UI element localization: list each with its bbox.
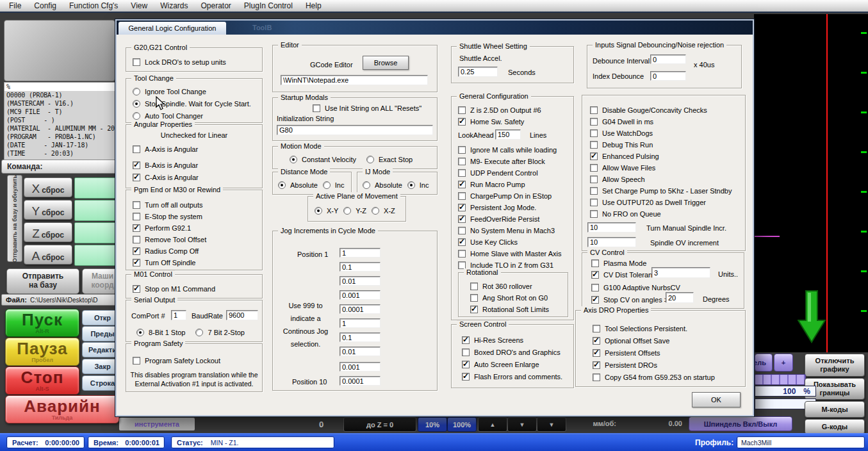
stop-cv-angle-input[interactable] bbox=[666, 292, 694, 303]
z-dro[interactable] bbox=[74, 222, 119, 243]
checkbox-box[interactable] bbox=[133, 224, 140, 232]
cycle-start-button[interactable]: Пуск Alt-R bbox=[5, 309, 79, 337]
menu-function-cfgs[interactable]: Function Cfg's bbox=[63, 1, 124, 11]
checkbox-box[interactable] bbox=[133, 174, 140, 181]
checkbox-enhanced-pulsing[interactable]: Enhanced Pulsing bbox=[590, 151, 732, 162]
radio-exact-stop[interactable]: Exact Stop bbox=[366, 153, 413, 165]
index-debounce-input[interactable] bbox=[650, 71, 686, 81]
radio-absolute[interactable]: Absolute bbox=[363, 179, 402, 191]
manual-spindle-incr-input[interactable] bbox=[587, 222, 636, 233]
checkbox-persistent-dros[interactable]: Persistent DROs bbox=[593, 359, 715, 371]
radio-button[interactable] bbox=[278, 181, 286, 189]
checkbox-box[interactable] bbox=[458, 227, 466, 234]
init-string-input[interactable] bbox=[277, 125, 433, 135]
comport-input[interactable] bbox=[171, 310, 186, 320]
checkbox-b-axis-is-angular[interactable]: B-Axis is Angular bbox=[133, 159, 199, 171]
checkbox-box[interactable] bbox=[590, 164, 598, 172]
jog-increment-input-8[interactable] bbox=[340, 347, 381, 356]
spindle-ov-incr-input[interactable] bbox=[587, 237, 636, 247]
checkbox-box[interactable] bbox=[133, 213, 140, 220]
radio-button[interactable] bbox=[343, 207, 351, 215]
checkbox-box[interactable] bbox=[133, 259, 140, 266]
checkbox-udp-pendent-control[interactable]: UDP Pendent Control bbox=[458, 167, 561, 179]
disable-graphics-button[interactable]: Отключить графику bbox=[805, 354, 865, 377]
checkbox-debug-this-run[interactable]: Debug This Run bbox=[590, 139, 732, 151]
plus-button[interactable]: + bbox=[774, 354, 793, 372]
editor-path-input[interactable] bbox=[281, 75, 428, 85]
checkbox-box[interactable] bbox=[590, 176, 598, 183]
checkbox-box[interactable] bbox=[593, 361, 600, 369]
menu-wizards[interactable]: Wizards bbox=[154, 1, 194, 11]
cv-dist-tolerance-input[interactable] bbox=[651, 267, 710, 278]
menu-operator[interactable]: Operator bbox=[195, 1, 238, 11]
checkbox-persistent-offsets[interactable]: Persistent Offsets bbox=[593, 347, 715, 359]
checkbox-boxed-dro-s-and-graphics[interactable]: Boxed DRO's and Graphics bbox=[462, 346, 562, 358]
checkbox-box[interactable] bbox=[458, 169, 466, 177]
checkbox-box[interactable] bbox=[458, 146, 466, 154]
radio-button[interactable] bbox=[133, 100, 140, 108]
checkbox-box[interactable] bbox=[458, 118, 466, 126]
checkbox-radius-comp-off[interactable]: Radius Comp Off bbox=[133, 245, 206, 257]
spindle-partial-button[interactable]: ель bbox=[755, 354, 773, 372]
checkbox-box[interactable] bbox=[133, 236, 140, 243]
checkbox-box[interactable] bbox=[458, 181, 466, 188]
checkbox-box[interactable] bbox=[133, 247, 140, 255]
checkbox-e-stop-the-system[interactable]: E-Stop the system bbox=[133, 211, 206, 222]
jog-increment-input-6[interactable] bbox=[340, 318, 381, 328]
radio-stop-spindle-wait-for-cycle-start[interactable]: Stop Spindle. Wait for Cycle Start. bbox=[133, 97, 251, 110]
checkbox-auto-screen-enlarge[interactable]: Auto Screen Enlarge bbox=[462, 358, 562, 370]
checkbox-lock-dro-s-to-setup-units[interactable]: Lock DRO's to setup units bbox=[133, 56, 226, 68]
checkbox-box[interactable] bbox=[593, 373, 600, 381]
send-home-button[interactable]: Отправить на базу bbox=[6, 268, 79, 294]
debounce-interval-input[interactable] bbox=[650, 54, 686, 64]
radio-ignore-tool-change[interactable]: Ignore Tool Change bbox=[133, 85, 251, 97]
checkbox-feedoverride-persist[interactable]: FeedOverRide Persist bbox=[458, 213, 561, 225]
checkbox-no-system-menu-in-mach3[interactable]: No System Menu in Mach3 bbox=[458, 225, 561, 236]
checkbox-box[interactable] bbox=[590, 187, 598, 195]
checkbox-box[interactable] bbox=[591, 259, 599, 267]
jog-increment-input-7[interactable] bbox=[340, 332, 381, 342]
checkbox-use-watchdogs[interactable]: Use WatchDogs bbox=[590, 127, 732, 139]
feed-hold-button[interactable]: Пауза Пробел bbox=[5, 338, 79, 366]
radio-button[interactable] bbox=[363, 181, 370, 189]
override-down-button[interactable]: ▼ bbox=[507, 417, 537, 432]
checkbox-box[interactable] bbox=[591, 296, 599, 304]
checkbox-box[interactable] bbox=[590, 141, 598, 149]
jog-increment-input-1[interactable] bbox=[340, 248, 381, 258]
radio-button[interactable] bbox=[133, 112, 140, 120]
checkbox-rot-360-rollover[interactable]: Rot 360 rollover bbox=[470, 281, 549, 292]
menu-view[interactable]: View bbox=[124, 1, 154, 11]
radio-button[interactable] bbox=[136, 329, 144, 336]
checkbox-box[interactable] bbox=[590, 106, 598, 114]
jog-increment-input-10[interactable] bbox=[340, 376, 381, 386]
checkbox-perform-g92-1[interactable]: Perform G92.1 bbox=[133, 222, 206, 234]
checkbox-box[interactable] bbox=[133, 285, 140, 293]
jog-increment-input-4[interactable] bbox=[340, 290, 381, 300]
browse-button[interactable]: Browse bbox=[363, 56, 409, 70]
radio-7-bit-2-stop[interactable]: 7 Bit 2-Stop bbox=[195, 326, 244, 338]
radio-absolute[interactable]: Absolute bbox=[278, 179, 318, 191]
checkbox-use-init-string-on-all-resets[interactable]: Use Init String on ALL "Resets" bbox=[313, 102, 422, 114]
checkbox-c-axis-is-angular[interactable]: C-Axis is Angular bbox=[133, 171, 199, 183]
checkbox-box[interactable] bbox=[462, 361, 470, 368]
checkbox-box[interactable] bbox=[591, 284, 599, 291]
gcode-listing[interactable]: % O0000 (PROBA-1) (MASTERCAM - V16.) (MC… bbox=[4, 82, 115, 160]
checkbox-plasma-mode[interactable]: Plasma Mode bbox=[591, 257, 646, 269]
jog-10pct-button[interactable]: 10% bbox=[418, 417, 447, 432]
radio-x-y[interactable]: X-Y bbox=[315, 204, 338, 217]
x-zero-button[interactable]: X сброс bbox=[24, 177, 72, 197]
checkbox-set-charge-pump-to-5khz-laser-stndby[interactable]: Set Charge Pump to 5Khz - Laser Stndby bbox=[590, 185, 732, 197]
checkbox-remove-tool-offset[interactable]: Remove Tool Offset bbox=[133, 234, 206, 245]
checkbox-box[interactable] bbox=[593, 337, 600, 345]
jog-increment-input-3[interactable] bbox=[340, 276, 381, 286]
lookahead-input[interactable] bbox=[495, 129, 521, 140]
checkbox-home-sw-safety[interactable]: Home Sw. Safety bbox=[458, 116, 541, 127]
checkbox-disable-gouge-concavity-checks[interactable]: Disable Gouge/Concavity Checks bbox=[590, 104, 732, 116]
checkbox-box[interactable] bbox=[133, 161, 140, 169]
estop-button[interactable]: Аварийн Тильда bbox=[5, 395, 119, 423]
menu-file[interactable]: File bbox=[3, 1, 28, 11]
radio-button[interactable] bbox=[372, 207, 379, 215]
checkbox-allow-speech[interactable]: Allow Speech bbox=[590, 174, 732, 185]
checkbox-box[interactable] bbox=[590, 118, 598, 126]
menu-config[interactable]: Config bbox=[28, 1, 63, 11]
